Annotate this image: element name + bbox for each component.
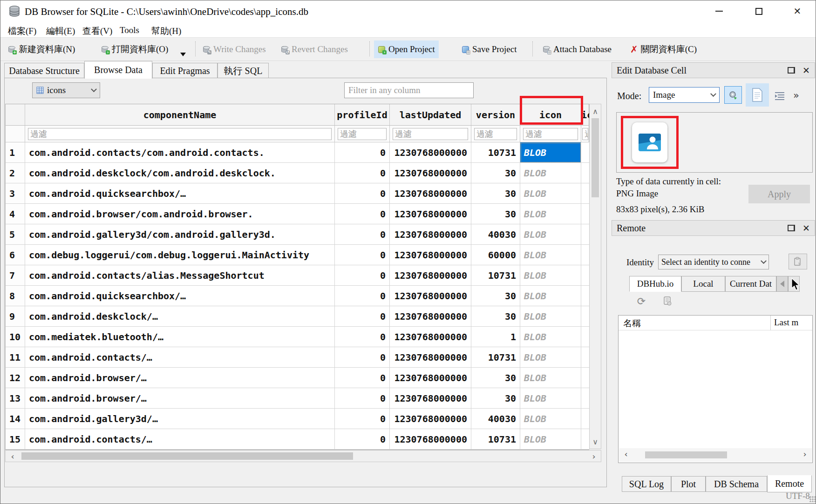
icon-blob-cell[interactable]: BLOB — [520, 388, 581, 409]
row-number-cell[interactable]: 6 — [6, 245, 25, 265]
row-number-cell[interactable]: 2 — [6, 163, 25, 183]
revert-changes-button[interactable]: ↺ Revert Changes — [277, 40, 352, 58]
minimize-button[interactable] — [708, 3, 730, 19]
open-database-dropdown-arrow[interactable] — [180, 53, 186, 56]
profileId-cell[interactable]: 0 — [335, 224, 390, 245]
lastUpdated-cell[interactable]: 1230768000000 — [390, 388, 471, 409]
row-number-cell[interactable]: 15 — [6, 429, 25, 450]
icon-blob-cell[interactable]: BLOB — [520, 409, 581, 429]
profileId-cell[interactable]: 0 — [335, 327, 390, 347]
componentName-cell[interactable]: com.debug.loggerui/com.debug.loggerui.Ma… — [25, 245, 335, 265]
col-header-icon[interactable]: icon — [520, 104, 581, 126]
icon-blob-cell[interactable]: BLOB — [520, 224, 581, 245]
lastUpdated-cell[interactable]: 1230768000000 — [390, 224, 471, 245]
componentName-cell[interactable]: com.android.contacts/alias.MessageShortc… — [25, 265, 335, 286]
componentName-cell[interactable]: com.android.contacts/… — [25, 429, 335, 450]
profileId-cell[interactable]: 0 — [335, 368, 390, 388]
truncated-cell[interactable] — [581, 368, 590, 388]
version-cell[interactable]: 30 — [471, 204, 520, 224]
dock-tab-db-schema[interactable]: DB Schema — [706, 476, 767, 492]
truncated-cell[interactable] — [581, 204, 590, 224]
remote-list-horizontal-scrollbar[interactable]: ‹ › — [619, 448, 812, 462]
row-number-cell[interactable]: 14 — [6, 409, 25, 429]
remote-tab-dbhub[interactable]: DBHub.io — [629, 276, 681, 292]
lastUpdated-cell[interactable]: 1230768000000 — [390, 327, 471, 347]
lastUpdated-cell[interactable]: 1230768000000 — [390, 306, 471, 327]
profileId-cell[interactable]: 0 — [335, 286, 390, 306]
close-panel-icon[interactable]: ✕ — [802, 65, 810, 75]
identity-select[interactable]: Select an identity to conne — [658, 255, 769, 269]
profileId-cell[interactable]: 0 — [335, 204, 390, 224]
vertical-scroll-thumb[interactable] — [592, 118, 599, 197]
componentName-cell[interactable]: com.mediatek.bluetooth/… — [25, 327, 335, 347]
icon-blob-cell[interactable]: BLOB — [520, 286, 581, 306]
componentName-cell[interactable]: com.android.deskclock/… — [25, 306, 335, 327]
last-modified-column-header[interactable]: Last m — [774, 317, 798, 328]
filter-profileId[interactable]: 過濾 — [338, 128, 387, 140]
row-number-cell[interactable]: 12 — [6, 368, 25, 388]
lastUpdated-cell[interactable]: 1230768000000 — [390, 409, 471, 429]
dock-tab-sql-log[interactable]: SQL Log — [622, 476, 671, 492]
icon-blob-cell[interactable]: BLOB — [520, 265, 581, 286]
componentName-cell[interactable]: com.android.quicksearchbox/… — [25, 286, 335, 306]
componentName-cell[interactable]: com.android.quicksearchbox/… — [25, 183, 335, 204]
mode-select[interactable]: Image — [649, 87, 720, 103]
lastUpdated-cell[interactable]: 1230768000000 — [390, 265, 471, 286]
tab-scroll-right-button[interactable] — [788, 276, 800, 292]
horizontal-scroll-thumb[interactable] — [645, 451, 727, 458]
truncated-cell[interactable] — [581, 429, 590, 450]
row-number-cell[interactable]: 1 — [6, 142, 25, 163]
col-header-profileId[interactable]: profileId — [335, 104, 390, 126]
profileId-cell[interactable]: 0 — [335, 388, 390, 409]
tab-scroll-left-button[interactable] — [776, 276, 788, 292]
filter-lastUpdated[interactable]: 過濾 — [393, 128, 468, 140]
menu-help[interactable]: 幫助(H) — [149, 24, 184, 38]
componentName-cell[interactable]: com.android.browser/… — [25, 388, 335, 409]
tab-execute-sql[interactable]: 執行 SQL — [218, 63, 269, 78]
remote-refresh-icon[interactable]: ⟳ — [635, 295, 648, 308]
col-header-lastUpdated[interactable]: lastUpdated — [390, 104, 471, 126]
profileId-cell[interactable]: 0 — [335, 163, 390, 183]
open-project-button[interactable]: › Open Project — [374, 40, 439, 58]
clone-database-button[interactable] — [661, 295, 674, 308]
profileId-cell[interactable]: 0 — [335, 183, 390, 204]
icon-blob-cell[interactable]: BLOB — [520, 142, 581, 163]
filter-truncated[interactable]: 過濾 — [582, 128, 588, 140]
icon-blob-cell[interactable]: BLOB — [520, 163, 581, 183]
write-changes-button[interactable]: ✎ Write Changes — [199, 40, 270, 58]
row-number-cell[interactable]: 13 — [6, 388, 25, 409]
filter-any-column-input[interactable] — [344, 82, 474, 98]
lastUpdated-cell[interactable]: 1230768000000 — [390, 245, 471, 265]
panel-overflow-icon[interactable]: » — [793, 90, 799, 101]
icon-blob-cell[interactable]: BLOB — [520, 429, 581, 450]
version-cell[interactable]: 30 — [471, 183, 520, 204]
word-wrap-button[interactable] — [774, 90, 786, 102]
scroll-right-icon[interactable]: › — [588, 450, 600, 462]
version-cell[interactable]: 60000 — [471, 245, 520, 265]
row-number-cell[interactable]: 4 — [6, 204, 25, 224]
lastUpdated-cell[interactable]: 1230768000000 — [390, 286, 471, 306]
col-header-version[interactable]: version — [471, 104, 520, 126]
truncated-cell[interactable] — [581, 163, 590, 183]
row-number-cell[interactable]: 8 — [6, 286, 25, 306]
truncated-cell[interactable] — [581, 183, 590, 204]
icon-blob-cell[interactable]: BLOB — [520, 306, 581, 327]
save-project-button[interactable]: ▤ Save Project — [458, 40, 521, 58]
close-database-button[interactable]: ✗ 關閉資料庫(C) — [626, 40, 700, 58]
filter-icon[interactable]: 過濾 — [523, 128, 578, 140]
scroll-up-icon[interactable]: ∧ — [590, 105, 601, 117]
profileId-cell[interactable]: 0 — [335, 409, 390, 429]
dock-tab-remote[interactable]: Remote — [767, 475, 812, 492]
icon-blob-cell[interactable]: BLOB — [520, 347, 581, 368]
lastUpdated-cell[interactable]: 1230768000000 — [390, 142, 471, 163]
col-header-truncated[interactable]: ic — [581, 104, 590, 126]
table-select[interactable]: icons — [32, 82, 100, 98]
version-cell[interactable]: 10731 — [471, 142, 520, 163]
version-cell[interactable]: 30 — [471, 286, 520, 306]
truncated-cell[interactable] — [581, 224, 590, 245]
close-panel-icon[interactable]: ✕ — [802, 223, 810, 233]
truncated-cell[interactable] — [581, 265, 590, 286]
import-certificate-button[interactable] — [789, 254, 807, 269]
icon-blob-cell[interactable]: BLOB — [520, 245, 581, 265]
componentName-cell[interactable]: com.android.browser/… — [25, 368, 335, 388]
